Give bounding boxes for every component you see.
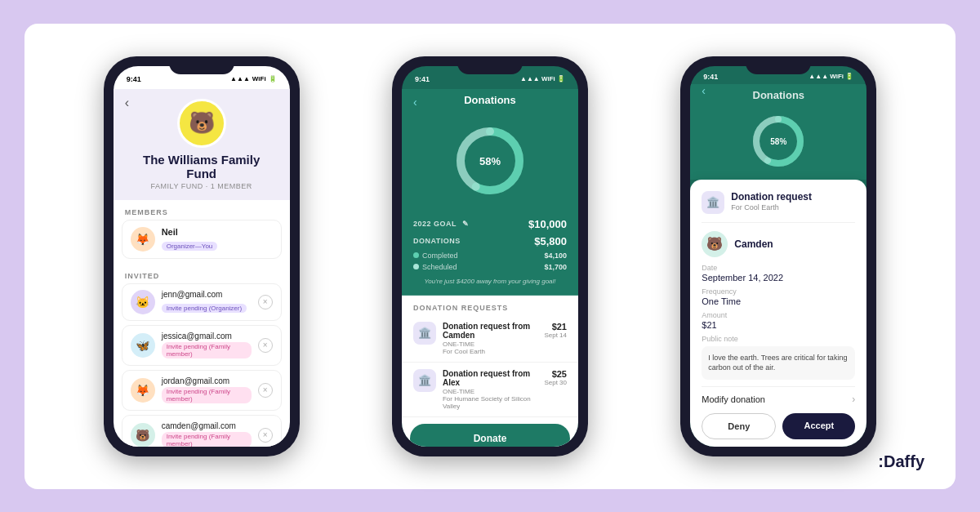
card-note-label: Public note xyxy=(702,335,855,343)
invited-tag-camden: Invite pending (Family member) xyxy=(162,432,252,447)
donation-amt-col-0: $21 Sept 14 xyxy=(544,322,567,339)
scheduled-dot xyxy=(413,264,419,269)
donation-title-1: Donation request from Alex xyxy=(443,369,537,387)
invited-info-jordan: jordan@gmail.com Invite pending (Family … xyxy=(162,376,252,404)
phone-3-donut: 58% xyxy=(750,113,807,170)
invited-section-label: INVITED xyxy=(114,264,290,283)
completed-label: Completed xyxy=(413,252,458,260)
completed-row: Completed $4,100 xyxy=(413,250,567,261)
phone-2-header-title: Donations xyxy=(413,94,567,106)
phone-1-status-icons: ▲▲▲ WiFi 🔋 xyxy=(230,75,277,82)
card-header-row: 🏛️ Donation request For Cool Earth xyxy=(702,191,855,214)
card-req-title: Donation request xyxy=(731,191,812,203)
phone-2: 9:41 ▲▲▲ WiFi 🔋 ‹ Donations 58% xyxy=(392,56,588,456)
invited-row-jenn: 🐱 jenn@gmail.com Invite pending (Organiz… xyxy=(122,283,282,321)
phone-2-status-icons: ▲▲▲ WiFi 🔋 xyxy=(520,75,565,82)
invited-tag-jordan: Invite pending (Family member) xyxy=(162,387,252,403)
phone-1-header: ‹ 🐻 The Williams Family Fund FAMILY FUND… xyxy=(114,89,290,200)
donation-row-0[interactable]: 🏛️ Donation request from Camden ONE-TIME… xyxy=(402,315,578,363)
invited-tag-jessica: Invite pending (Family member) xyxy=(162,342,252,358)
card-req-sub: For Cool Earth xyxy=(731,203,812,211)
phone-2-donut: 58% xyxy=(453,124,527,198)
requests-label: DONATION REQUESTS xyxy=(402,296,578,315)
phone-1-notch xyxy=(169,56,234,74)
phone-1: 9:41 ▲▲▲ WiFi 🔋 ‹ 🐻 The Williams Family … xyxy=(104,56,300,456)
phone-3-back-icon[interactable]: ‹ xyxy=(702,84,706,97)
daffy-logo: :Daffy xyxy=(878,452,924,471)
deny-button[interactable]: Deny xyxy=(702,413,776,439)
phone-2-requests: DONATION REQUESTS 🏛️ Donation request fr… xyxy=(402,296,578,447)
donation-meta-0: ONE-TIME For Cool Earth xyxy=(443,341,537,355)
card-requester-row: 🐻 Camden xyxy=(702,231,855,257)
invited-row-camden: 🐻 camden@gmail.com Invite pending (Famil… xyxy=(122,415,282,447)
remove-camden-btn[interactable]: × xyxy=(258,428,273,443)
card-note-value: I love the earth. Trees are critical for… xyxy=(702,346,855,380)
invited-avatar-jenn: 🐱 xyxy=(131,290,155,314)
phone-3-donut-section: 58% xyxy=(690,109,866,180)
fund-avatar: 🐻 xyxy=(177,99,226,148)
member-avatar-neil: 🦊 xyxy=(131,227,155,252)
fund-title: The Williams Family Fund xyxy=(127,153,277,180)
invited-tag-jenn: Invite pending (Organizer) xyxy=(162,304,247,313)
phone-3-screen: 9:41 ▲▲▲ WiFi 🔋 ‹ Donations 58% xyxy=(690,66,866,447)
phone-3-donut-label: 58% xyxy=(770,136,786,145)
scheduled-row: Scheduled $1,700 xyxy=(413,261,567,273)
phone-2-header: ‹ Donations xyxy=(402,89,578,116)
members-section-label: MEMBERS xyxy=(114,200,290,220)
fund-subtitle: FAMILY FUND · 1 MEMBER xyxy=(127,182,277,190)
card-requester-avatar: 🐻 xyxy=(702,231,728,257)
donation-amount-1: $25 xyxy=(544,369,567,379)
invited-row-jordan: 🦊 jordan@gmail.com Invite pending (Famil… xyxy=(122,370,282,411)
phone-2-donut-section: 58% xyxy=(402,116,578,211)
donations-label: DONATIONS xyxy=(413,237,461,245)
phone-2-time: 9:41 xyxy=(415,75,430,83)
completed-value: $4,100 xyxy=(544,252,567,260)
donation-row-1[interactable]: 🏛️ Donation request from Alex ONE-TIME F… xyxy=(402,363,578,417)
invited-avatar-jordan: 🦊 xyxy=(131,378,155,403)
phone-3-time: 9:41 xyxy=(703,73,718,81)
member-tag-neil: Organizer—You xyxy=(162,242,218,251)
donut-label: 58% xyxy=(479,154,501,167)
donations-stat-row: DONATIONS $5,800 xyxy=(413,233,567,250)
remove-jordan-btn[interactable]: × xyxy=(258,383,273,398)
phone-2-notch xyxy=(457,56,523,74)
completed-dot xyxy=(413,252,419,258)
phone-2-screen: 9:41 ▲▲▲ WiFi 🔋 ‹ Donations 58% xyxy=(402,66,578,447)
donation-icon-1: 🏛️ xyxy=(413,369,436,392)
donation-amt-col-1: $25 Sept 30 xyxy=(544,369,567,386)
invited-email-jessica: jessica@gmail.com xyxy=(162,332,252,341)
scheduled-value: $1,700 xyxy=(544,263,567,271)
card-divider-1 xyxy=(702,222,855,223)
accept-button[interactable]: Accept xyxy=(782,413,855,439)
modify-row[interactable]: Modify donation › xyxy=(702,386,855,407)
donation-date-0: Sept 14 xyxy=(544,332,567,339)
invited-email-jordan: jordan@gmail.com xyxy=(162,376,252,385)
invited-avatar-jessica: 🦋 xyxy=(131,333,155,358)
action-buttons: Deny Accept xyxy=(702,413,855,439)
scheduled-label: Scheduled xyxy=(413,263,457,271)
member-name-neil: Neil xyxy=(162,227,273,237)
card-date-label: Date xyxy=(702,264,855,272)
remove-jessica-btn[interactable]: × xyxy=(258,338,273,353)
phone-3: 9:41 ▲▲▲ WiFi 🔋 ‹ Donations 58% xyxy=(680,56,876,456)
donate-button[interactable]: Donate xyxy=(410,424,570,447)
phone-3-header: ‹ Donations xyxy=(690,84,866,109)
phone-3-status-icons: ▲▲▲ WiFi 🔋 xyxy=(808,73,853,80)
goal-stat-row: 2022 GOAL ✎ $10,000 xyxy=(413,216,567,233)
invited-row-jessica: 🦋 jessica@gmail.com Invite pending (Fami… xyxy=(122,325,282,366)
donation-info-0: Donation request from Camden ONE-TIME Fo… xyxy=(443,322,537,355)
phone-3-notch xyxy=(746,56,811,74)
member-info-neil: Neil Organizer—You xyxy=(162,227,273,252)
back-icon[interactable]: ‹ xyxy=(125,96,129,110)
member-row-neil: 🦊 Neil Organizer—You xyxy=(122,220,282,259)
daffy-brand: :Daffy xyxy=(878,452,924,470)
card-freq-label: Frequency xyxy=(702,287,855,296)
invited-email-camden: camden@gmail.com xyxy=(162,421,252,430)
remove-jenn-btn[interactable]: × xyxy=(258,295,273,309)
card-header-text: Donation request For Cool Earth xyxy=(731,191,812,211)
outer-wrapper: 9:41 ▲▲▲ WiFi 🔋 ‹ 🐻 The Williams Family … xyxy=(24,24,956,489)
invited-info-jessica: jessica@gmail.com Invite pending (Family… xyxy=(162,332,252,359)
phone-2-back-icon[interactable]: ‹ xyxy=(413,96,417,109)
card-amount-label: Amount xyxy=(702,311,855,319)
card-date-value: September 14, 2022 xyxy=(702,273,855,283)
